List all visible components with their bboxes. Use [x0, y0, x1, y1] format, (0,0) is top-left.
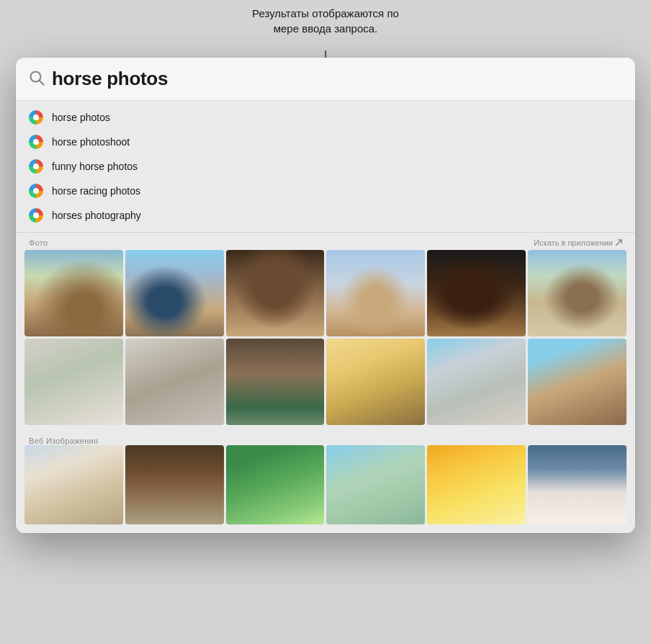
spotlight-window: horse photos horse photoshoot funny hors… — [16, 58, 635, 533]
web-images-section-title: Веб Изображения — [29, 437, 98, 445]
safari-icon — [29, 184, 43, 198]
safari-icon — [29, 208, 43, 223]
suggestion-text: horse racing photos — [52, 185, 140, 197]
web-images-section-header: Веб Изображения — [16, 431, 635, 445]
photos-section-title: Фото — [29, 238, 48, 247]
photo-item[interactable] — [125, 339, 224, 425]
suggestion-text: horses photography — [52, 210, 141, 221]
photo-item[interactable] — [326, 250, 425, 336]
photos-grid — [16, 250, 635, 431]
suggestion-item[interactable]: horses photography — [16, 203, 635, 228]
photo-item[interactable] — [528, 250, 627, 336]
web-photo-item[interactable] — [226, 445, 325, 524]
web-photo-item[interactable] — [427, 445, 526, 524]
safari-icon — [29, 110, 43, 125]
search-bar — [16, 58, 635, 101]
web-photo-item[interactable] — [125, 445, 224, 524]
photo-item[interactable] — [24, 339, 123, 425]
tooltip-line1: Результаты отображаются по — [252, 6, 399, 21]
photo-item[interactable] — [226, 339, 325, 425]
web-images-grid — [16, 445, 635, 533]
suggestion-item[interactable]: funny horse photos — [16, 154, 635, 179]
photo-item[interactable] — [326, 339, 425, 425]
photo-item[interactable] — [125, 250, 224, 336]
tooltip: Результаты отображаются по мере ввода за… — [252, 6, 399, 36]
tooltip-line2: мере ввода запроса. — [252, 21, 399, 36]
search-in-app-link[interactable]: Искать в приложении — [534, 238, 622, 247]
web-photo-item[interactable] — [24, 445, 123, 524]
safari-icon — [29, 135, 43, 149]
suggestion-text: horse photos — [52, 112, 110, 123]
search-icon — [29, 70, 45, 89]
suggestion-text: horse photoshoot — [52, 136, 130, 148]
suggestion-item[interactable]: horse photos — [16, 105, 635, 130]
suggestion-item[interactable]: horse photoshoot — [16, 130, 635, 154]
safari-icon — [29, 159, 43, 174]
svg-line-1 — [40, 81, 44, 85]
photo-item[interactable] — [528, 339, 627, 425]
web-photo-item[interactable] — [326, 445, 425, 524]
suggestion-item[interactable]: horse racing photos — [16, 179, 635, 203]
suggestions-list: horse photos horse photoshoot funny hors… — [16, 101, 635, 233]
search-input[interactable] — [52, 68, 622, 90]
photo-item[interactable] — [427, 339, 526, 425]
web-photo-item[interactable] — [528, 445, 627, 524]
photo-item[interactable] — [427, 250, 526, 336]
suggestion-text: funny horse photos — [52, 161, 138, 172]
photos-section-header: Фото Искать в приложении — [16, 233, 635, 250]
photo-item[interactable] — [24, 250, 123, 336]
photo-item[interactable] — [226, 250, 325, 336]
